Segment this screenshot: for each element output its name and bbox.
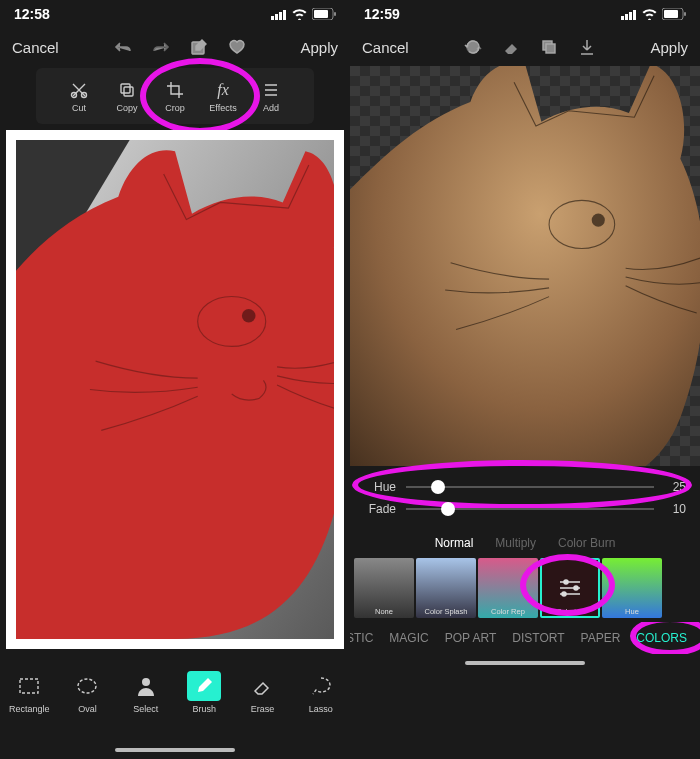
blend-colorburn[interactable]: Color Burn [558, 536, 615, 550]
fade-value: 10 [664, 502, 686, 516]
filter-hue[interactable]: Hue [602, 558, 662, 618]
sliders-icon [556, 574, 584, 602]
home-indicator[interactable] [0, 741, 350, 759]
category-colors[interactable]: COLORS [636, 631, 687, 645]
svg-rect-2 [279, 12, 282, 20]
svg-rect-11 [124, 87, 133, 96]
eraser-icon[interactable] [501, 37, 521, 57]
cut-icon [70, 81, 88, 99]
filter-thumbnails: None Color Splash Color Rep Colorize Hue [350, 554, 700, 622]
erase-tool[interactable]: Erase [238, 671, 286, 714]
phone-left-screen: 12:58 Cancel Apply Cut Copy Crop [0, 0, 350, 759]
svg-rect-6 [334, 12, 336, 16]
svg-point-17 [78, 679, 96, 693]
oval-tool[interactable]: Oval [63, 671, 111, 714]
blend-mode-row: Normal Multiply Color Burn [350, 530, 700, 554]
top-action-bar: Cancel Apply [0, 28, 350, 66]
clock: 12:58 [14, 6, 50, 22]
oval-icon [76, 677, 98, 695]
hue-label: Hue [364, 480, 396, 494]
edit-tool-row: Cut Copy Crop fx Effects Add [36, 68, 314, 124]
svg-rect-20 [625, 14, 628, 20]
category-distort[interactable]: DISTORT [512, 631, 564, 645]
reset-icon[interactable] [463, 37, 483, 57]
top-action-bar: Cancel Apply [350, 28, 700, 66]
image-canvas[interactable] [350, 66, 700, 466]
fade-label: Fade [364, 502, 396, 516]
apply-button[interactable]: Apply [300, 39, 338, 56]
heart-icon[interactable] [227, 37, 247, 57]
copy-tool[interactable]: Copy [103, 79, 151, 113]
download-icon[interactable] [577, 37, 597, 57]
svg-rect-16 [20, 679, 38, 693]
hue-slider[interactable]: Hue 25 [364, 480, 686, 494]
rectangle-tool[interactable]: Rectangle [5, 671, 53, 714]
undo-icon[interactable] [113, 37, 133, 57]
phone-right-screen: 12:59 Cancel Apply [350, 0, 700, 759]
filter-none[interactable]: None [354, 558, 414, 618]
svg-point-18 [142, 678, 150, 686]
svg-rect-3 [283, 10, 286, 20]
effect-category-row[interactable]: STIC MAGIC POP ART DISTORT PAPER COLORS [350, 622, 700, 654]
filter-color-rep[interactable]: Color Rep [478, 558, 538, 618]
edit-icon[interactable] [189, 37, 209, 57]
fade-track[interactable] [406, 508, 654, 510]
lasso-icon [310, 676, 332, 696]
category-magic[interactable]: MAGIC [389, 631, 428, 645]
svg-point-31 [574, 586, 578, 590]
status-bar: 12:59 [350, 0, 700, 28]
cancel-button[interactable]: Cancel [12, 39, 59, 56]
svg-rect-21 [629, 12, 632, 20]
svg-rect-0 [271, 16, 274, 20]
layers-icon[interactable] [539, 37, 559, 57]
rectangle-icon [18, 677, 40, 695]
fade-thumb[interactable] [441, 502, 455, 516]
category-popart[interactable]: POP ART [445, 631, 497, 645]
brush-tool[interactable]: Brush [180, 671, 228, 714]
hue-thumb[interactable] [431, 480, 445, 494]
svg-point-30 [564, 580, 568, 584]
select-tool[interactable]: Select [122, 671, 170, 714]
blend-normal[interactable]: Normal [435, 536, 474, 550]
cellular-icon [621, 9, 637, 20]
add-tool[interactable]: Add [247, 79, 295, 113]
svg-rect-27 [546, 44, 555, 53]
crop-icon [166, 81, 184, 99]
fade-slider[interactable]: Fade 10 [364, 502, 686, 516]
svg-rect-5 [314, 10, 328, 18]
hue-value: 25 [664, 480, 686, 494]
adjustment-sliders: Hue 25 Fade 10 [350, 466, 700, 530]
home-indicator[interactable] [350, 654, 700, 672]
svg-rect-24 [664, 10, 678, 18]
apply-button[interactable]: Apply [650, 39, 688, 56]
copy-icon [118, 81, 136, 99]
category-artistic[interactable]: STIC [350, 631, 373, 645]
lasso-tool[interactable]: Lasso [297, 671, 345, 714]
eraser-icon [252, 676, 272, 696]
status-bar: 12:58 [0, 0, 350, 28]
brush-icon [194, 676, 214, 696]
effects-tool[interactable]: fx Effects [199, 79, 247, 113]
crop-tool[interactable]: Crop [151, 79, 199, 113]
svg-rect-1 [275, 14, 278, 20]
battery-icon [312, 8, 336, 20]
redo-icon[interactable] [151, 37, 171, 57]
fx-icon: fx [217, 81, 229, 99]
cancel-button[interactable]: Cancel [362, 39, 409, 56]
status-indicators [621, 8, 686, 20]
svg-point-32 [562, 592, 566, 596]
blend-multiply[interactable]: Multiply [495, 536, 536, 550]
hue-track[interactable] [406, 486, 654, 488]
filter-colorize[interactable]: Colorize [540, 558, 600, 618]
svg-rect-19 [621, 16, 624, 20]
svg-point-29 [592, 214, 605, 227]
category-paper[interactable]: PAPER [581, 631, 621, 645]
filter-color-splash[interactable]: Color Splash [416, 558, 476, 618]
list-icon [262, 81, 280, 99]
image-canvas[interactable] [6, 130, 344, 649]
clock: 12:59 [364, 6, 400, 22]
svg-rect-22 [633, 10, 636, 20]
status-indicators [271, 8, 336, 20]
cut-tool[interactable]: Cut [55, 79, 103, 113]
battery-icon [662, 8, 686, 20]
